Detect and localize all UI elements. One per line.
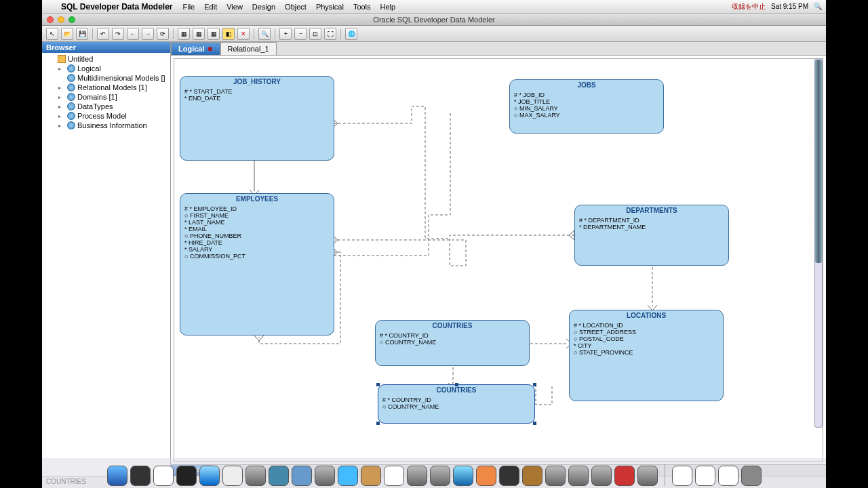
dock-ichat-icon[interactable] (338, 466, 358, 486)
expand-icon[interactable]: ▸ (58, 123, 65, 129)
tree-item[interactable]: ▸DataTypes (42, 102, 170, 111)
tool-refresh[interactable]: ⟳ (157, 28, 169, 40)
tool-save[interactable]: 💾 (76, 28, 88, 40)
dock-ical-icon[interactable] (384, 466, 404, 486)
expand-icon[interactable]: ▸ (58, 94, 65, 100)
tool-delete[interactable]: ✕ (237, 28, 250, 40)
browser-tree[interactable]: Untitled▸LogicalMultidimensional Models … (42, 53, 170, 131)
zoom-window-button[interactable] (68, 16, 75, 23)
diagram-canvas[interactable]: JOB_HISTORY # * START_DATE* END_DATE JOB… (174, 58, 823, 462)
close-icon[interactable]: ⊗ (208, 45, 213, 52)
resize-handle[interactable] (533, 383, 536, 386)
dock-itunes-icon[interactable] (453, 466, 473, 486)
dock-trash-icon[interactable] (741, 466, 762, 486)
expand-icon[interactable]: ▸ (58, 66, 65, 72)
tab-relational[interactable]: Relational_1 (220, 42, 277, 55)
resize-handle[interactable] (376, 383, 380, 386)
dock-garageband-icon[interactable] (522, 466, 542, 486)
tool-nav-back[interactable]: ← (127, 28, 139, 40)
dock-app-icon[interactable] (361, 466, 381, 486)
entity-departments[interactable]: DEPARTMENTS # * DEPARTMENT_ID* DEPARTMEN… (574, 205, 729, 266)
expand-icon[interactable]: ▸ (58, 113, 65, 119)
tree-item[interactable]: ▸Domains [1] (42, 92, 170, 102)
tool-undo[interactable]: ↶ (97, 28, 109, 40)
dock-dashboard-icon[interactable] (130, 466, 151, 486)
dock-app-icon[interactable] (476, 466, 496, 486)
tree-item[interactable]: ▸Relational Models [1] (42, 83, 170, 92)
tree-item[interactable]: Multidimensional Models [] (42, 73, 170, 83)
dock-app-icon[interactable] (614, 466, 635, 486)
spotlight-icon[interactable]: 🔍 (814, 3, 822, 10)
dock-x11-icon[interactable] (153, 466, 174, 486)
entity-employees[interactable]: EMPLOYEES # * EMPLOYEE_ID○ FIRST_NAME* L… (180, 193, 334, 336)
tool-grid2[interactable]: ▦ (193, 28, 205, 40)
dock-finder-icon[interactable] (107, 466, 127, 486)
tool-fit-window[interactable]: ⛶ (324, 28, 336, 40)
tool-zoom-in[interactable]: ＋ (279, 28, 292, 40)
dock-textedit-icon[interactable] (222, 466, 243, 486)
tab-logical[interactable]: Logical ⊗ (171, 42, 220, 55)
entity-countries-selected[interactable]: COUNTRIES # * COUNTRY_ID○ COUNTRY_NAME (378, 384, 535, 424)
dock-app-icon[interactable] (315, 466, 335, 486)
tool-nav-fwd[interactable]: → (142, 28, 154, 40)
tree-label: Logical (77, 64, 101, 73)
tree-item[interactable]: ▸Process Model (42, 111, 170, 121)
menu-file[interactable]: File (183, 3, 195, 11)
entity-attribute: * CITY (574, 342, 719, 349)
entity-attribute: ○ STATE_PROVINCE (574, 349, 719, 356)
tool-pointer[interactable]: ↖ (46, 28, 58, 40)
tool-search[interactable]: 🔍 (258, 28, 271, 40)
entity-countries[interactable]: COUNTRIES # * COUNTRY_ID○ COUNTRY_NAME (375, 320, 530, 366)
tree-item[interactable]: ▸Logical (42, 64, 170, 73)
tree-item[interactable]: Untitled (42, 54, 170, 64)
node-icon (67, 121, 75, 129)
tool-new[interactable]: ◧ (222, 28, 235, 40)
dock-safari-icon[interactable] (199, 466, 220, 486)
close-window-button[interactable] (47, 16, 54, 23)
entity-jobs[interactable]: JOBS # * JOB_ID* JOB_TITLE○ MIN_SALARY○ … (509, 79, 664, 134)
tool-fit[interactable]: ⊡ (309, 28, 321, 40)
tree-item[interactable]: ▸Business Information (42, 121, 170, 130)
dock-app-icon[interactable] (245, 466, 266, 486)
dock-terminal-icon[interactable] (176, 466, 197, 486)
menu-design[interactable]: Design (252, 3, 275, 11)
dock-doc-icon[interactable] (718, 466, 738, 486)
scrollbar-thumb[interactable] (815, 60, 822, 263)
dock-preview-icon[interactable] (269, 466, 289, 486)
tool-zoom-out[interactable]: － (294, 28, 307, 40)
resize-handle[interactable] (533, 422, 536, 425)
resize-handle[interactable] (376, 422, 380, 425)
tool-grid1[interactable]: ▦ (178, 28, 190, 40)
tool-open[interactable]: 📂 (61, 28, 73, 40)
minimize-window-button[interactable] (58, 16, 64, 23)
tool-redo[interactable]: ↷ (112, 28, 124, 40)
menu-edit[interactable]: Edit (204, 3, 217, 11)
browser-panel: Browser Untitled▸LogicalMultidimensional… (42, 42, 171, 476)
dock-app-icon[interactable] (591, 466, 612, 486)
dock-app-icon[interactable] (545, 466, 566, 486)
dock-doc-icon[interactable] (672, 466, 692, 486)
dock-app-icon[interactable] (637, 466, 658, 486)
menu-tools[interactable]: Tools (353, 3, 371, 11)
dock-app-icon[interactable] (292, 466, 312, 486)
resize-handle[interactable] (455, 383, 458, 386)
tool-web[interactable]: 🌐 (345, 28, 357, 40)
dock-app-icon[interactable] (407, 466, 427, 486)
dock-doc-icon[interactable] (695, 466, 715, 486)
menu-help[interactable]: Help (380, 3, 396, 11)
entity-attribute: # * COUNTRY_ID (380, 332, 525, 339)
expand-icon[interactable]: ▸ (58, 104, 65, 110)
menu-physical[interactable]: Physical (316, 3, 344, 11)
entity-title: EMPLOYEES (180, 194, 334, 204)
node-icon (67, 74, 75, 82)
menu-object[interactable]: Object (285, 3, 307, 11)
dock-sysprefs-icon[interactable] (568, 466, 589, 486)
dock-app-icon[interactable] (430, 466, 450, 486)
dock-imovie-icon[interactable] (499, 466, 519, 486)
tool-grid3[interactable]: ▦ (208, 28, 220, 40)
vertical-scrollbar[interactable] (814, 58, 823, 428)
entity-job-history[interactable]: JOB_HISTORY # * START_DATE* END_DATE (180, 76, 334, 161)
menu-view[interactable]: View (226, 3, 243, 11)
expand-icon[interactable]: ▸ (58, 85, 65, 91)
entity-locations[interactable]: LOCATIONS # * LOCATION_ID○ STREET_ADDRES… (569, 310, 724, 401)
